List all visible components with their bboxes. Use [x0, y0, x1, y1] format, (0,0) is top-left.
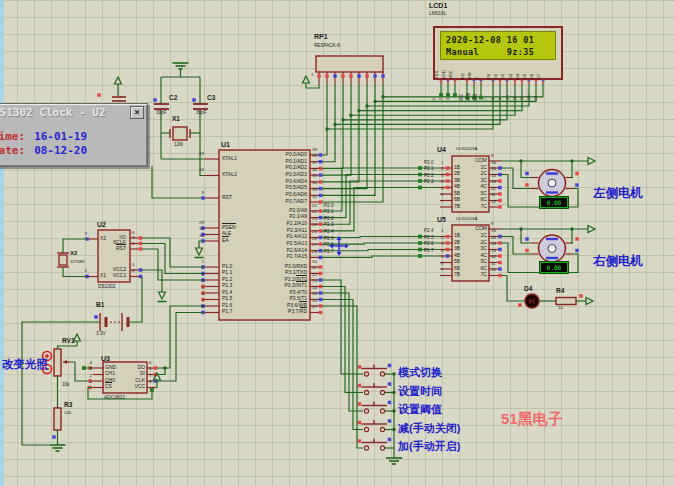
x1-ref: X1 [172, 116, 180, 123]
pin-number: 2 [79, 269, 87, 273]
d4-ref: D4 [524, 286, 532, 293]
pin-number: 10 [312, 260, 317, 264]
window-titlebar[interactable]: DS1302 Clock - U2 [0, 106, 106, 119]
net-label: RW [467, 93, 472, 101]
pin-label: P0.3/AD3 [247, 172, 307, 177]
schematic-canvas: LCD1 LM016L 2020-12-08 16 01 Manual 9z:3… [0, 0, 674, 486]
pin-number: 1 [132, 263, 134, 267]
pin-label: EA [222, 238, 229, 243]
net-label: P2.1 [324, 210, 333, 215]
net-label: P2.6 [324, 243, 333, 248]
r3-value: 200 [64, 411, 71, 415]
pin-label: P3.0/RXD [247, 264, 307, 269]
pin-number: 11 [312, 266, 317, 270]
pin-label: 1C [470, 233, 487, 238]
pin-number: 16 [491, 161, 496, 165]
brand-text: 51黑电子 [501, 411, 563, 426]
pin-label: 7C [470, 204, 487, 209]
push-button-5[interactable] [362, 439, 388, 451]
pin-label: 4C [470, 184, 487, 189]
lcd-pin-number: 7 [484, 98, 488, 100]
lcd-pin-name: E [475, 76, 479, 79]
c2-ref: C2 [169, 95, 177, 102]
rv1-ref: RV1 [62, 338, 75, 345]
pin-number: 13 [312, 279, 317, 283]
pin-number: 16 [312, 299, 317, 303]
b1-value: 3.3V [96, 332, 105, 337]
pin-number: 3 [441, 174, 443, 178]
pin-label: DI [119, 371, 145, 376]
lcd-pin-name: D0 [487, 74, 491, 80]
pin-number: 15 [491, 167, 496, 171]
pin-number: 2 [441, 167, 443, 171]
pin-number: 4 [84, 361, 92, 365]
u4-ref: U4 [437, 146, 446, 153]
pin-number: 9 [191, 191, 204, 195]
pin-number: 15 [312, 292, 317, 296]
pin-number: 38 [312, 154, 317, 158]
net-label: P2.2 [424, 174, 433, 179]
pin-label: DO [119, 365, 145, 370]
pin-number: 10 [491, 200, 496, 204]
push-button-2[interactable] [362, 383, 388, 395]
u5-ref: U5 [437, 216, 446, 223]
pin-label: P0.6/AD6 [247, 192, 307, 197]
pin-label: 5C [470, 259, 487, 264]
pin-label: P0.2/AD2 [247, 165, 307, 170]
pin-label: P1.7 [222, 309, 232, 314]
u2-part: DS1302 [98, 285, 115, 290]
pin-label: CLK [119, 378, 145, 383]
pin-number: 1 [441, 161, 443, 165]
pin-number: 33 [312, 188, 317, 192]
pin-number: 22 [312, 210, 317, 214]
pin-number: 18 [191, 168, 204, 172]
button-label-3: 设置阈值 [398, 404, 442, 415]
pin-label: 2B [454, 171, 460, 176]
pin-number: 16 [491, 229, 496, 233]
pin-label: P3.7/RD [247, 309, 307, 314]
pin-number: 12 [491, 187, 496, 191]
pin-number: 5 [191, 286, 204, 290]
net-label: P2.4 [424, 229, 433, 234]
u3-part: ADC0832 [104, 396, 125, 401]
pin-label: 2B [454, 240, 460, 245]
u2-ref: U2 [97, 221, 106, 228]
pin-label: P1.6 [222, 303, 232, 308]
pin-number: 39 [312, 148, 317, 152]
lcd-pin-name: D4 [516, 74, 520, 80]
pin-number: 5 [132, 242, 134, 246]
pin-label: 6C [470, 197, 487, 202]
pin-label: CH1 [105, 371, 115, 376]
pin-number: 7 [191, 299, 204, 303]
pin-number: 7 [441, 200, 443, 204]
pin-label: 5C [470, 191, 487, 196]
pin-number: 2 [441, 236, 443, 240]
pin-number: 1 [191, 260, 204, 264]
pin-number: 5 [149, 367, 151, 371]
pin-number: 7 [441, 268, 443, 272]
pin-number: 3 [84, 367, 92, 371]
lcd-screen: 2020-12-08 16 01 Manual 9z:35 [440, 31, 556, 60]
push-button-3[interactable] [362, 402, 388, 414]
pin-number: 3 [191, 273, 204, 277]
pin-label: 3C [470, 178, 487, 183]
lcd-pin-name: D6 [530, 74, 534, 80]
pin-number: 6 [149, 361, 151, 365]
date-label: Date: [0, 144, 25, 157]
net-label: P2.3 [424, 180, 433, 185]
rp1-ref: RP1 [314, 33, 328, 40]
window-close-button[interactable]: × [130, 106, 144, 119]
r4-value: 10 [558, 306, 563, 310]
pin-label: COM [468, 158, 487, 163]
push-button-4[interactable] [362, 420, 388, 432]
pin-number: 12 [312, 273, 317, 277]
x1-value: 12M [174, 143, 183, 148]
push-button-1[interactable] [362, 365, 388, 377]
pin-label: P3.5/T1 [247, 296, 307, 301]
pin-number: 14 [312, 286, 317, 290]
pin-label: P2.4/A12 [247, 234, 307, 239]
pin-label: P0.1/AD1 [247, 159, 307, 164]
lcd-part: LM016L [429, 12, 446, 17]
pin-label: P0.0/AD0 [247, 152, 307, 157]
pin-number: 4 [441, 249, 443, 253]
